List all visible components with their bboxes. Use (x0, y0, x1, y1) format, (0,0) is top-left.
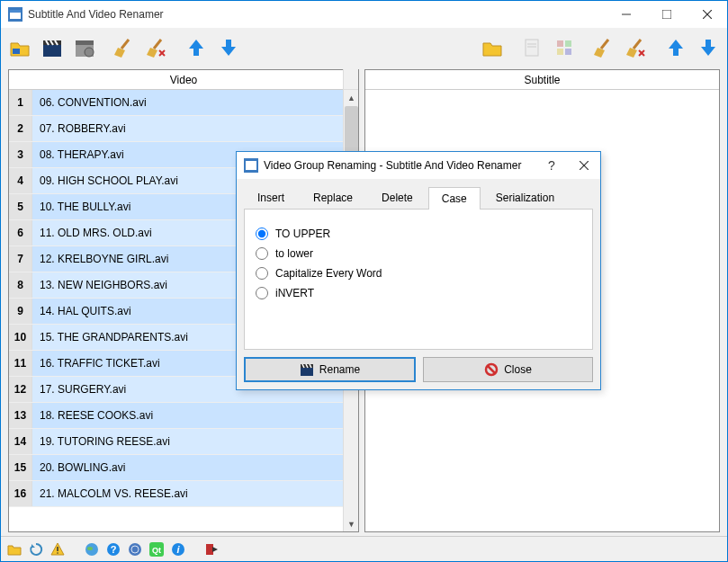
sb-globe-icon[interactable] (84, 541, 100, 558)
svg-rect-45 (246, 161, 256, 170)
svg-point-32 (57, 552, 58, 554)
row-number: 8 (9, 272, 32, 298)
sb-un-icon[interactable] (127, 541, 143, 558)
tab-serialization[interactable]: Serialization (482, 186, 568, 209)
row-filename: 20. BOWLING.avi (32, 455, 358, 480)
table-row[interactable]: 1520. BOWLING.avi (9, 455, 358, 481)
move-up-button[interactable] (181, 32, 211, 63)
radio-invert[interactable]: iNVERT (256, 287, 581, 299)
window-title: Subtitle And Video Renamer (28, 8, 606, 21)
dialog-tabs: Insert Replace Delete Case Serialization (244, 186, 593, 210)
svg-rect-2 (10, 10, 21, 13)
row-number: 2 (9, 116, 32, 141)
radio-upper-input[interactable] (256, 227, 268, 240)
svg-rect-26 (565, 49, 571, 55)
sb-refresh-icon[interactable] (28, 541, 44, 558)
rename-dialog: Video Group Renaming - Subtitle And Vide… (236, 151, 601, 390)
svg-rect-24 (565, 40, 571, 47)
subtitle-move-down-button[interactable] (693, 32, 724, 63)
row-filename: 19. TUTORING REESE.avi (32, 429, 358, 454)
subtitle-header: Subtitle (365, 70, 719, 90)
row-number: 4 (9, 168, 32, 193)
subtitle-move-up-button[interactable] (661, 32, 691, 63)
dialog-help-button[interactable]: ? (535, 152, 568, 179)
row-filename: 06. CONVENTION.avi (32, 90, 358, 115)
radio-invert-input[interactable] (256, 287, 268, 299)
dialog-close-button[interactable] (568, 152, 600, 179)
subtitle-header-label: Subtitle (524, 74, 560, 86)
subtitle-doc-button[interactable] (517, 32, 547, 63)
sb-warning-icon[interactable] (49, 541, 66, 558)
table-row[interactable]: 1621. MALCOLM VS. REESE.avi (9, 481, 358, 507)
video-header-label: Video (170, 74, 197, 86)
svg-line-54 (488, 366, 495, 373)
dialog-buttons: Rename Close (237, 350, 600, 389)
tab-replace[interactable]: Replace (300, 186, 366, 209)
clapper-button[interactable] (37, 32, 67, 63)
svg-line-17 (154, 40, 161, 49)
broom-remove-button[interactable] (141, 32, 172, 63)
main-titlebar: Subtitle And Video Renamer (1, 1, 727, 28)
row-number: 14 (9, 429, 32, 454)
close-dialog-button[interactable]: Close (423, 357, 593, 382)
tab-case[interactable]: Case (428, 187, 481, 210)
svg-point-37 (129, 543, 141, 556)
broom-button[interactable] (109, 32, 139, 63)
row-number: 16 (9, 481, 32, 506)
svg-point-34 (87, 547, 93, 550)
sb-help-icon[interactable]: ? (105, 541, 121, 558)
table-row[interactable]: 1318. REESE COOKS.avi (9, 403, 358, 429)
radio-capitalize[interactable]: Capitalize Every Word (256, 267, 581, 280)
dialog-icon (244, 158, 258, 173)
svg-point-15 (85, 48, 94, 57)
move-down-button[interactable] (213, 32, 244, 63)
tab-delete[interactable]: Delete (368, 186, 427, 209)
svg-line-27 (601, 40, 608, 49)
radio-lower-input[interactable] (256, 247, 268, 260)
close-dialog-button-label: Close (504, 363, 532, 376)
minimize-button[interactable] (606, 1, 646, 28)
sb-qt-icon[interactable]: Qt (148, 541, 165, 558)
folder-open-subtitle-button[interactable] (477, 32, 508, 63)
radio-capitalize-input[interactable] (256, 267, 268, 280)
status-bar: ? Qt i (1, 536, 727, 561)
close-button[interactable] (687, 1, 727, 28)
radio-capitalize-label: Capitalize Every Word (275, 267, 382, 280)
svg-rect-48 (301, 367, 313, 376)
row-number: 13 (9, 403, 32, 428)
folder-open-video-button[interactable] (4, 32, 35, 63)
radio-lower[interactable]: to lower (256, 247, 581, 260)
subtitle-broom-button[interactable] (589, 32, 619, 63)
tab-insert[interactable]: Insert (244, 186, 298, 209)
svg-rect-8 (43, 44, 61, 57)
row-filename: 18. REESE COOKS.avi (32, 403, 358, 428)
row-filename: 21. MALCOLM VS. REESE.avi (32, 481, 358, 506)
dialog-body: TO UPPER to lower Capitalize Every Word … (244, 210, 593, 350)
sb-folder-icon[interactable] (6, 541, 22, 558)
sb-exit-icon[interactable] (204, 541, 220, 558)
svg-text:Qt: Qt (152, 546, 161, 555)
subtitle-color-button[interactable] (549, 32, 580, 63)
rename-button[interactable]: Rename (244, 357, 416, 382)
radio-lower-label: to lower (275, 247, 313, 260)
app-icon (8, 7, 22, 22)
svg-rect-14 (76, 40, 94, 45)
row-number: 7 (9, 246, 32, 272)
svg-line-28 (634, 40, 641, 49)
svg-text:?: ? (111, 544, 117, 555)
table-row[interactable]: 106. CONVENTION.avi (9, 90, 358, 116)
row-number: 11 (9, 351, 32, 376)
clapper-settings-button[interactable] (69, 32, 100, 63)
svg-rect-23 (557, 40, 563, 47)
svg-rect-20 (526, 40, 538, 56)
radio-upper[interactable]: TO UPPER (256, 227, 581, 240)
subtitle-broom-remove-button[interactable] (621, 32, 652, 63)
maximize-button[interactable] (646, 1, 687, 28)
scroll-up-icon[interactable]: ▲ (344, 90, 359, 105)
row-number: 6 (9, 220, 32, 245)
row-number: 1 (9, 90, 32, 115)
scroll-down-icon[interactable]: ▼ (344, 516, 359, 531)
table-row[interactable]: 1419. TUTORING REESE.avi (9, 429, 358, 455)
sb-info-icon[interactable]: i (170, 541, 186, 558)
table-row[interactable]: 207. ROBBERY.avi (9, 116, 358, 142)
